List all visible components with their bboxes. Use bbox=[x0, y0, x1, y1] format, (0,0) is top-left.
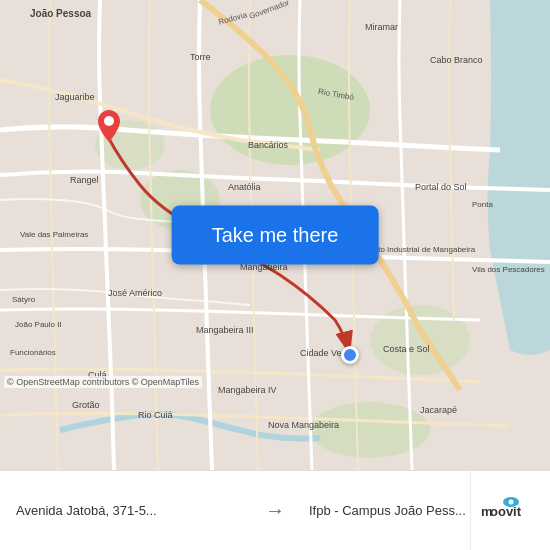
svg-text:oovit: oovit bbox=[490, 504, 522, 519]
svg-point-1 bbox=[210, 55, 370, 165]
route-arrow: → bbox=[257, 499, 293, 522]
route-from: Avenida Jatobá, 371-5... bbox=[0, 495, 257, 526]
map-container: João Pessoa Miramar Jaguaribe Torre Cabo… bbox=[0, 0, 550, 470]
map-attribution: © OpenStreetMap contributors © OpenMapTi… bbox=[4, 376, 202, 388]
destination-dot bbox=[341, 346, 359, 364]
svg-point-7 bbox=[104, 116, 114, 126]
moovit-logo: m oovit bbox=[470, 470, 550, 550]
svg-point-11 bbox=[508, 500, 513, 505]
svg-point-3 bbox=[370, 305, 470, 375]
from-label: Avenida Jatobá, 371-5... bbox=[16, 503, 241, 518]
take-me-there-button[interactable]: Take me there bbox=[172, 206, 379, 265]
origin-pin bbox=[98, 110, 120, 146]
bottom-bar: Avenida Jatobá, 371-5... → Ifpb - Campus… bbox=[0, 470, 550, 550]
